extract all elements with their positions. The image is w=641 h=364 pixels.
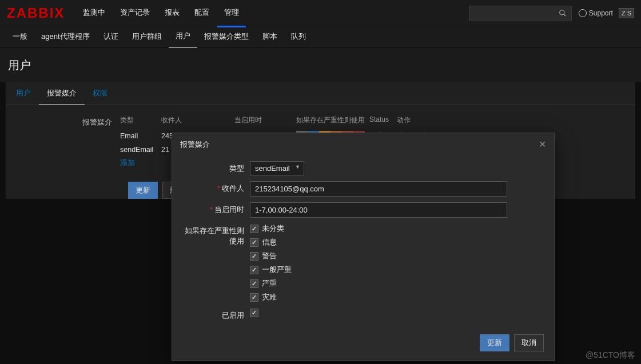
modal-update-button[interactable]: 更新 xyxy=(480,334,509,351)
modal-severity-label: 如果存在严重性则使用 xyxy=(182,223,250,246)
header-status: Status xyxy=(369,115,397,125)
media-table-label: 报警媒介 xyxy=(6,115,120,170)
media-modal: 报警媒介 ✕ 类型 sendEmail *收件人 *当启用时 xyxy=(172,133,555,361)
subnav-users[interactable]: 用户 xyxy=(169,25,197,48)
tab-media[interactable]: 报警媒介 xyxy=(39,82,85,105)
share-badge[interactable]: Z S xyxy=(619,8,634,18)
checkbox[interactable] xyxy=(250,279,258,288)
support-label: Support xyxy=(589,9,613,17)
checkbox-label: 警告 xyxy=(262,251,277,261)
watermark: @51CTO博客 xyxy=(586,350,635,361)
subnav-mediatypes[interactable]: 报警媒介类型 xyxy=(197,26,256,47)
severity-checkbox-item[interactable]: 严重 xyxy=(250,278,544,289)
severity-checkbox-item[interactable]: 警告 xyxy=(250,251,544,261)
modal-enabled-label: 已启用 xyxy=(182,308,250,321)
support-link[interactable]: Support xyxy=(579,9,613,17)
checkbox[interactable] xyxy=(250,266,258,274)
modal-header: 报警媒介 ✕ xyxy=(172,133,554,155)
close-icon[interactable]: ✕ xyxy=(539,139,546,150)
top-navbar: ZABBIX 监测中 资产记录 报表 配置 管理 Support Z S xyxy=(0,0,641,26)
tab-user[interactable]: 用户 xyxy=(8,82,39,105)
subnav-auth[interactable]: 认证 xyxy=(97,26,125,47)
severity-checkbox-list: 未分类信息警告一般严重严重灾难 xyxy=(250,223,544,302)
subnav-general[interactable]: 一般 xyxy=(6,26,34,47)
header-action: 动作 xyxy=(397,115,443,125)
header-severity: 如果存在严重性则使用 xyxy=(296,115,369,125)
topnav-admin[interactable]: 管理 xyxy=(217,0,246,27)
checkbox-label: 严重 xyxy=(262,278,277,289)
severity-checkbox-item[interactable]: 信息 xyxy=(250,237,544,247)
when-input[interactable] xyxy=(250,202,507,218)
checkbox-label: 灾难 xyxy=(262,292,277,302)
checkbox-label: 一般严重 xyxy=(262,265,292,275)
severity-checkbox-item[interactable]: 一般严重 xyxy=(250,265,544,275)
topnav-monitoring[interactable]: 监测中 xyxy=(76,0,112,27)
search-icon xyxy=(559,9,567,17)
subnav-scripts[interactable]: 脚本 xyxy=(256,26,284,47)
enabled-checkbox[interactable] xyxy=(250,309,258,317)
topnav-reports[interactable]: 报表 xyxy=(158,0,186,27)
logo: ZABBIX xyxy=(7,5,65,21)
update-button[interactable]: 更新 xyxy=(128,182,158,199)
headset-icon xyxy=(579,9,587,17)
topnav-items: 监测中 资产记录 报表 配置 管理 xyxy=(76,0,469,27)
severity-checkbox-item[interactable]: 灾难 xyxy=(250,292,544,302)
checkbox[interactable] xyxy=(250,293,258,302)
checkbox-label: 信息 xyxy=(262,237,277,247)
sub-navbar: 一般 agent代理程序 认证 用户群组 用户 报警媒介类型 脚本 队列 xyxy=(0,26,641,47)
subnav-usergroups[interactable]: 用户群组 xyxy=(125,26,169,47)
tab-permissions[interactable]: 权限 xyxy=(85,82,116,105)
modal-recipient-label: *收件人 xyxy=(182,181,250,194)
header-type: 类型 xyxy=(120,115,161,125)
header-recipient: 收件人 xyxy=(161,115,234,125)
type-select[interactable]: sendEmail xyxy=(250,161,304,175)
svg-point-0 xyxy=(560,10,564,14)
page-title: 用户 xyxy=(0,47,641,82)
checkbox[interactable] xyxy=(250,252,258,261)
topnav-inventory[interactable]: 资产记录 xyxy=(113,0,157,27)
subnav-queue[interactable]: 队列 xyxy=(284,26,313,47)
subnav-proxy[interactable]: agent代理程序 xyxy=(34,26,97,47)
checkbox[interactable] xyxy=(250,225,258,233)
header-when: 当启用时 xyxy=(234,115,296,125)
svg-line-1 xyxy=(564,14,566,16)
modal-cancel-button[interactable]: 取消 xyxy=(514,334,544,351)
media-table-header: 类型 收件人 当启用时 如果存在严重性则使用 Status 动作 xyxy=(120,115,443,129)
row-type: sendEmail xyxy=(120,146,161,154)
checkbox[interactable] xyxy=(250,238,258,247)
modal-when-label: *当启用时 xyxy=(182,202,250,215)
modal-footer: 更新 取消 xyxy=(172,329,554,361)
modal-type-label: 类型 xyxy=(182,161,250,174)
modal-body: 类型 sendEmail *收件人 *当启用时 如果存在严重性则使用 xyxy=(172,155,554,329)
type-select-wrap: sendEmail xyxy=(250,161,304,175)
recipient-input[interactable] xyxy=(250,181,507,197)
add-link[interactable]: 添加 xyxy=(120,158,135,168)
row-type: Email xyxy=(120,132,161,140)
modal-title: 报警媒介 xyxy=(180,139,210,150)
topnav-config[interactable]: 配置 xyxy=(188,0,216,27)
severity-checkbox-item[interactable]: 未分类 xyxy=(250,223,544,234)
search-input[interactable] xyxy=(469,6,572,21)
tabs: 用户 报警媒介 权限 xyxy=(6,82,635,105)
checkbox-label: 未分类 xyxy=(262,223,284,234)
